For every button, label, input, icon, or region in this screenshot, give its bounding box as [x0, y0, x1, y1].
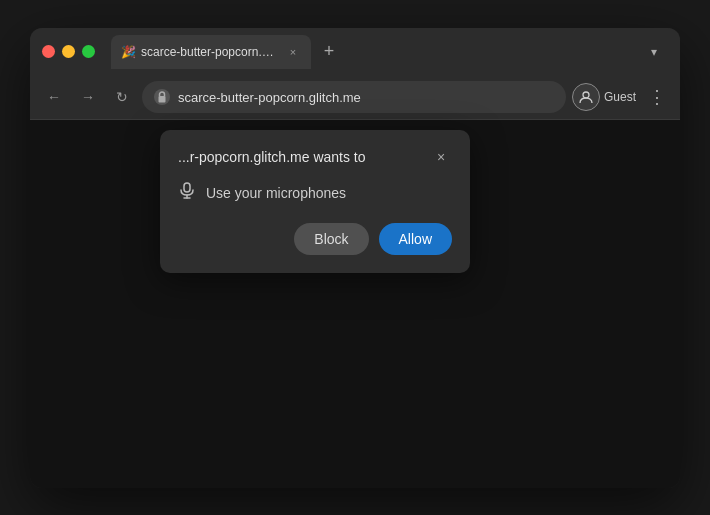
tab-close-icon[interactable]: × [285, 44, 301, 60]
refresh-button[interactable]: ↻ [108, 83, 136, 111]
browser-window: 🎉 scarce-butter-popcorn.glitch × + ▾ ← →… [30, 28, 680, 488]
tab-bar: 🎉 scarce-butter-popcorn.glitch × + [111, 35, 632, 69]
site-security-icon [154, 89, 170, 105]
profile-button[interactable] [572, 83, 600, 111]
popup-title: ...r-popcorn.glitch.me wants to [178, 149, 366, 165]
popup-actions: Block Allow [178, 223, 452, 255]
close-button[interactable] [42, 45, 55, 58]
svg-rect-2 [184, 183, 190, 192]
permission-text: Use your microphones [206, 185, 346, 201]
browser-content: ...r-popcorn.glitch.me wants to × Use yo… [30, 120, 680, 488]
permission-row: Use your microphones [178, 182, 452, 205]
svg-rect-0 [159, 96, 166, 103]
svg-point-1 [583, 92, 589, 98]
block-button[interactable]: Block [294, 223, 368, 255]
forward-button[interactable]: → [74, 83, 102, 111]
popup-close-button[interactable]: × [430, 146, 452, 168]
allow-button[interactable]: Allow [379, 223, 452, 255]
url-text: scarce-butter-popcorn.glitch.me [178, 90, 554, 105]
profile-area: Guest [572, 83, 636, 111]
back-button[interactable]: ← [40, 83, 68, 111]
title-bar: 🎉 scarce-butter-popcorn.glitch × + ▾ [30, 28, 680, 76]
traffic-lights [42, 45, 95, 58]
new-tab-button[interactable]: + [315, 38, 343, 66]
permission-popup: ...r-popcorn.glitch.me wants to × Use yo… [160, 130, 470, 273]
microphone-icon [178, 182, 196, 205]
tab-favicon-icon: 🎉 [121, 45, 135, 59]
guest-label: Guest [604, 90, 636, 104]
more-options-button[interactable]: ⋮ [642, 83, 670, 111]
address-bar[interactable]: scarce-butter-popcorn.glitch.me [142, 81, 566, 113]
active-tab[interactable]: 🎉 scarce-butter-popcorn.glitch × [111, 35, 311, 69]
minimize-button[interactable] [62, 45, 75, 58]
address-bar-row: ← → ↻ scarce-butter-popcorn.glitch.me Gu… [30, 76, 680, 120]
maximize-button[interactable] [82, 45, 95, 58]
tab-dropdown-button[interactable]: ▾ [640, 38, 668, 66]
popup-header: ...r-popcorn.glitch.me wants to × [178, 146, 452, 168]
tab-title: scarce-butter-popcorn.glitch [141, 45, 279, 59]
